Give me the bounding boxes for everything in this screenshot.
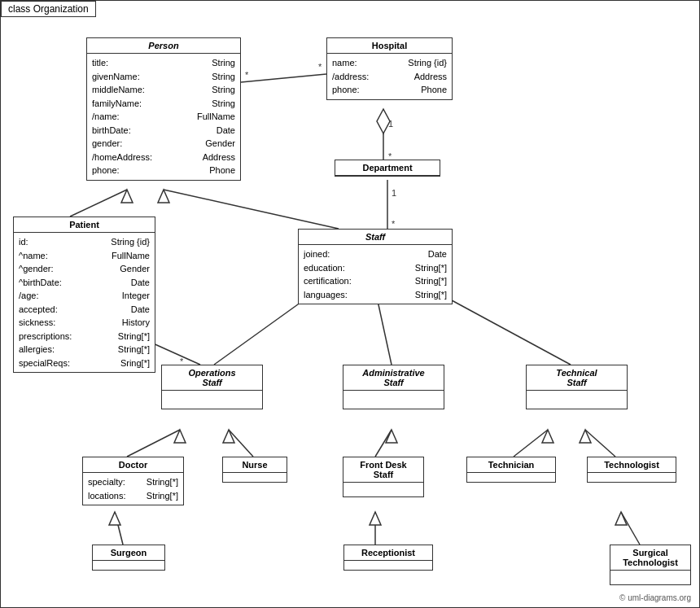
class-front-desk-staff-name: Front Desk Staff xyxy=(343,457,423,483)
svg-line-25 xyxy=(229,430,253,457)
svg-text:*: * xyxy=(245,70,249,80)
svg-marker-4 xyxy=(377,109,390,133)
svg-line-0 xyxy=(241,74,326,82)
class-surgeon-name: Surgeon xyxy=(93,545,164,561)
svg-line-23 xyxy=(127,430,180,457)
svg-marker-30 xyxy=(542,430,553,443)
class-staff-attrs: joined:Date education:String[*] certific… xyxy=(299,245,452,304)
svg-marker-32 xyxy=(580,430,591,443)
svg-text:*: * xyxy=(392,219,396,229)
class-technical-staff-name: Technical Staff xyxy=(527,365,627,391)
svg-marker-38 xyxy=(615,512,627,525)
class-receptionist-name: Receptionist xyxy=(344,545,432,561)
svg-marker-28 xyxy=(386,430,397,443)
svg-marker-26 xyxy=(223,430,234,443)
svg-marker-36 xyxy=(370,512,381,525)
svg-marker-24 xyxy=(174,430,186,443)
svg-line-10 xyxy=(70,190,127,217)
diagram-container: class Organization * * 1 * 1 * * * xyxy=(0,0,700,608)
class-hospital-attrs: name:String {id} /address:Address phone:… xyxy=(327,54,452,99)
class-staff-name: Staff xyxy=(299,230,452,245)
class-front-desk-staff: Front Desk Staff xyxy=(343,457,424,497)
class-person: Person title:String givenName:String mid… xyxy=(86,37,241,181)
class-person-attrs: title:String givenName:String middleName… xyxy=(87,54,240,180)
svg-line-21 xyxy=(432,290,571,365)
class-technician: Technician xyxy=(466,457,556,483)
svg-line-14 xyxy=(151,343,200,365)
class-hospital: Hospital name:String {id} /address:Addre… xyxy=(326,37,453,100)
class-technician-name: Technician xyxy=(467,457,555,473)
svg-marker-34 xyxy=(109,512,120,525)
svg-line-37 xyxy=(621,512,640,545)
svg-line-31 xyxy=(585,430,615,457)
class-person-name: Person xyxy=(87,38,240,54)
class-doctor: Doctor specialty:String[*] locations:Str… xyxy=(82,457,184,505)
class-surgical-technologist-name: Surgical Technologist xyxy=(610,545,690,571)
svg-marker-13 xyxy=(158,190,169,203)
svg-line-12 xyxy=(164,190,339,229)
class-doctor-name: Doctor xyxy=(83,457,183,473)
class-nurse-name: Nurse xyxy=(223,457,287,473)
class-receptionist: Receptionist xyxy=(343,545,433,571)
class-operations-staff-name: Operations Staff xyxy=(162,365,262,391)
svg-text:1: 1 xyxy=(388,119,393,129)
class-technologist: Technologist xyxy=(587,457,676,483)
class-surgeon: Surgeon xyxy=(92,545,165,571)
class-patient-attrs: id:String {id} ^name:FullName ^gender:Ge… xyxy=(14,233,155,372)
class-patient: Patient id:String {id} ^name:FullName ^g… xyxy=(13,217,155,373)
svg-text:1: 1 xyxy=(392,188,396,198)
svg-text:*: * xyxy=(318,62,322,72)
svg-line-27 xyxy=(375,430,392,457)
class-doctor-attrs: specialty:String[*] locations:String[*] xyxy=(83,473,183,505)
class-administrative-staff: Administrative Staff xyxy=(343,365,444,409)
class-technical-staff: Technical Staff xyxy=(526,365,628,409)
class-staff: Staff joined:Date education:String[*] ce… xyxy=(298,229,453,304)
svg-marker-11 xyxy=(121,190,133,203)
class-administrative-staff-name: Administrative Staff xyxy=(343,365,444,391)
class-surgical-technologist: Surgical Technologist xyxy=(610,545,691,585)
copyright: © uml-diagrams.org xyxy=(619,593,691,602)
svg-line-29 xyxy=(514,430,548,457)
class-department: Department xyxy=(335,160,440,177)
class-patient-name: Patient xyxy=(14,217,155,233)
class-nurse: Nurse xyxy=(222,457,287,483)
class-hospital-name: Hospital xyxy=(327,38,452,54)
class-technologist-name: Technologist xyxy=(588,457,676,473)
svg-line-33 xyxy=(115,512,123,545)
diagram-title: class Organization xyxy=(1,1,96,17)
class-operations-staff: Operations Staff xyxy=(161,365,263,409)
class-department-name: Department xyxy=(335,160,440,176)
